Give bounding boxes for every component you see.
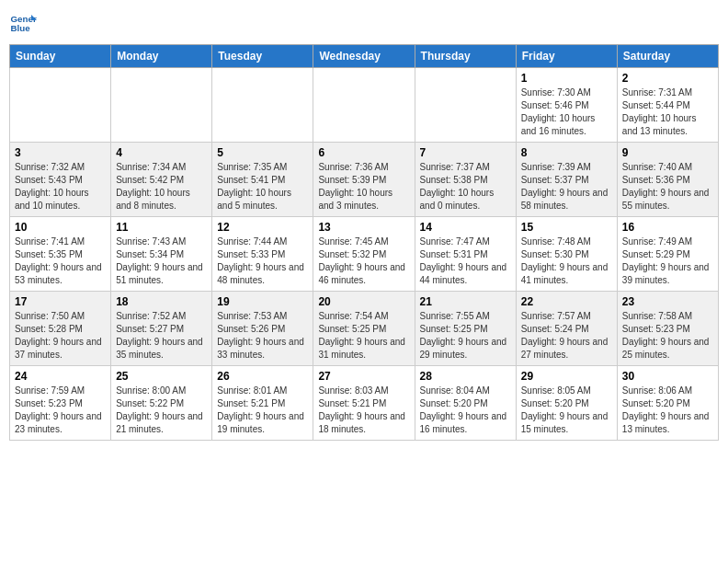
day-info: Sunrise: 7:50 AM Sunset: 5:28 PM Dayligh… — [15, 310, 106, 362]
day-number: 25 — [116, 370, 207, 383]
day-number: 15 — [521, 221, 612, 234]
calendar-cell: 12Sunrise: 7:44 AM Sunset: 5:33 PM Dayli… — [212, 217, 313, 292]
calendar-cell: 5Sunrise: 7:35 AM Sunset: 5:41 PM Daylig… — [212, 143, 313, 217]
day-number: 2 — [622, 72, 713, 85]
day-number: 10 — [15, 221, 106, 234]
day-info: Sunrise: 7:53 AM Sunset: 5:26 PM Dayligh… — [217, 310, 308, 362]
day-info: Sunrise: 7:59 AM Sunset: 5:23 PM Dayligh… — [15, 385, 106, 436]
calendar-cell: 9Sunrise: 7:40 AM Sunset: 5:36 PM Daylig… — [617, 143, 718, 217]
calendar-cell: 8Sunrise: 7:39 AM Sunset: 5:37 PM Daylig… — [516, 143, 617, 217]
day-number: 21 — [420, 295, 511, 308]
day-of-week-header: Sunday — [10, 45, 111, 68]
day-of-week-header: Saturday — [617, 45, 718, 68]
calendar-cell — [212, 68, 313, 143]
day-number: 22 — [521, 295, 612, 308]
calendar-cell: 25Sunrise: 8:00 AM Sunset: 5:22 PM Dayli… — [111, 366, 212, 441]
day-number: 18 — [116, 295, 207, 308]
calendar-cell: 27Sunrise: 8:03 AM Sunset: 5:21 PM Dayli… — [313, 366, 415, 441]
calendar-cell: 15Sunrise: 7:48 AM Sunset: 5:30 PM Dayli… — [516, 217, 617, 292]
day-number: 28 — [420, 370, 511, 383]
day-info: Sunrise: 7:45 AM Sunset: 5:32 PM Dayligh… — [318, 236, 409, 287]
day-info: Sunrise: 8:05 AM Sunset: 5:20 PM Dayligh… — [521, 385, 612, 436]
day-info: Sunrise: 7:39 AM Sunset: 5:37 PM Dayligh… — [521, 161, 612, 213]
day-info: Sunrise: 7:43 AM Sunset: 5:34 PM Dayligh… — [116, 236, 207, 287]
calendar-cell: 18Sunrise: 7:52 AM Sunset: 5:27 PM Dayli… — [111, 292, 212, 366]
day-info: Sunrise: 7:40 AM Sunset: 5:36 PM Dayligh… — [622, 161, 713, 213]
logo-icon: General Blue — [9, 9, 37, 37]
day-of-week-header: Friday — [516, 45, 617, 68]
day-number: 29 — [521, 370, 612, 383]
day-number: 4 — [116, 146, 207, 159]
calendar-cell — [10, 68, 111, 143]
logo: General Blue — [9, 9, 37, 37]
day-info: Sunrise: 7:34 AM Sunset: 5:42 PM Dayligh… — [116, 161, 207, 213]
calendar-cell: 10Sunrise: 7:41 AM Sunset: 5:35 PM Dayli… — [10, 217, 111, 292]
day-info: Sunrise: 7:41 AM Sunset: 5:35 PM Dayligh… — [15, 236, 106, 287]
day-info: Sunrise: 8:04 AM Sunset: 5:20 PM Dayligh… — [420, 385, 511, 436]
day-info: Sunrise: 7:54 AM Sunset: 5:25 PM Dayligh… — [318, 310, 409, 362]
day-number: 23 — [622, 295, 713, 308]
day-number: 19 — [217, 295, 308, 308]
day-number: 17 — [15, 295, 106, 308]
day-info: Sunrise: 7:36 AM Sunset: 5:39 PM Dayligh… — [318, 161, 409, 213]
day-info: Sunrise: 8:03 AM Sunset: 5:21 PM Dayligh… — [318, 385, 409, 436]
day-number: 7 — [420, 146, 511, 159]
day-number: 3 — [15, 146, 106, 159]
day-number: 16 — [622, 221, 713, 234]
day-info: Sunrise: 7:30 AM Sunset: 5:46 PM Dayligh… — [521, 86, 612, 138]
calendar-cell: 14Sunrise: 7:47 AM Sunset: 5:31 PM Dayli… — [415, 217, 516, 292]
calendar-cell: 1Sunrise: 7:30 AM Sunset: 5:46 PM Daylig… — [516, 68, 617, 143]
day-info: Sunrise: 7:57 AM Sunset: 5:24 PM Dayligh… — [521, 310, 612, 362]
calendar: SundayMondayTuesdayWednesdayThursdayFrid… — [9, 44, 719, 441]
day-number: 14 — [420, 221, 511, 234]
day-number: 13 — [318, 221, 409, 234]
day-info: Sunrise: 8:01 AM Sunset: 5:21 PM Dayligh… — [217, 385, 308, 436]
calendar-cell — [415, 68, 516, 143]
calendar-cell: 28Sunrise: 8:04 AM Sunset: 5:20 PM Dayli… — [415, 366, 516, 441]
calendar-cell: 22Sunrise: 7:57 AM Sunset: 5:24 PM Dayli… — [516, 292, 617, 366]
day-info: Sunrise: 7:35 AM Sunset: 5:41 PM Dayligh… — [217, 161, 308, 213]
day-info: Sunrise: 8:06 AM Sunset: 5:20 PM Dayligh… — [622, 385, 713, 436]
calendar-cell: 6Sunrise: 7:36 AM Sunset: 5:39 PM Daylig… — [313, 143, 415, 217]
calendar-cell — [111, 68, 212, 143]
page-header: General Blue — [9, 9, 719, 37]
day-number: 5 — [217, 146, 308, 159]
calendar-cell: 26Sunrise: 8:01 AM Sunset: 5:21 PM Dayli… — [212, 366, 313, 441]
day-number: 1 — [521, 72, 612, 85]
calendar-cell: 20Sunrise: 7:54 AM Sunset: 5:25 PM Dayli… — [313, 292, 415, 366]
calendar-cell: 30Sunrise: 8:06 AM Sunset: 5:20 PM Dayli… — [617, 366, 718, 441]
calendar-cell: 13Sunrise: 7:45 AM Sunset: 5:32 PM Dayli… — [313, 217, 415, 292]
day-info: Sunrise: 7:48 AM Sunset: 5:30 PM Dayligh… — [521, 236, 612, 287]
calendar-cell: 3Sunrise: 7:32 AM Sunset: 5:43 PM Daylig… — [10, 143, 111, 217]
calendar-cell: 29Sunrise: 8:05 AM Sunset: 5:20 PM Dayli… — [516, 366, 617, 441]
day-number: 20 — [318, 295, 409, 308]
calendar-cell: 19Sunrise: 7:53 AM Sunset: 5:26 PM Dayli… — [212, 292, 313, 366]
day-info: Sunrise: 7:49 AM Sunset: 5:29 PM Dayligh… — [622, 236, 713, 287]
day-info: Sunrise: 8:00 AM Sunset: 5:22 PM Dayligh… — [116, 385, 207, 436]
day-of-week-header: Wednesday — [313, 45, 415, 68]
day-number: 6 — [318, 146, 409, 159]
day-number: 30 — [622, 370, 713, 383]
day-number: 11 — [116, 221, 207, 234]
calendar-cell: 4Sunrise: 7:34 AM Sunset: 5:42 PM Daylig… — [111, 143, 212, 217]
svg-text:Blue: Blue — [11, 23, 31, 33]
day-info: Sunrise: 7:52 AM Sunset: 5:27 PM Dayligh… — [116, 310, 207, 362]
day-number: 26 — [217, 370, 308, 383]
day-number: 9 — [622, 146, 713, 159]
day-of-week-header: Thursday — [415, 45, 516, 68]
calendar-cell: 16Sunrise: 7:49 AM Sunset: 5:29 PM Dayli… — [617, 217, 718, 292]
day-info: Sunrise: 7:37 AM Sunset: 5:38 PM Dayligh… — [420, 161, 511, 213]
calendar-cell: 17Sunrise: 7:50 AM Sunset: 5:28 PM Dayli… — [10, 292, 111, 366]
day-of-week-header: Monday — [111, 45, 212, 68]
day-of-week-header: Tuesday — [212, 45, 313, 68]
day-number: 24 — [15, 370, 106, 383]
day-number: 27 — [318, 370, 409, 383]
day-info: Sunrise: 7:47 AM Sunset: 5:31 PM Dayligh… — [420, 236, 511, 287]
calendar-cell: 11Sunrise: 7:43 AM Sunset: 5:34 PM Dayli… — [111, 217, 212, 292]
calendar-cell: 7Sunrise: 7:37 AM Sunset: 5:38 PM Daylig… — [415, 143, 516, 217]
day-info: Sunrise: 7:32 AM Sunset: 5:43 PM Dayligh… — [15, 161, 106, 213]
calendar-cell: 24Sunrise: 7:59 AM Sunset: 5:23 PM Dayli… — [10, 366, 111, 441]
day-number: 8 — [521, 146, 612, 159]
calendar-cell: 23Sunrise: 7:58 AM Sunset: 5:23 PM Dayli… — [617, 292, 718, 366]
calendar-cell — [313, 68, 415, 143]
